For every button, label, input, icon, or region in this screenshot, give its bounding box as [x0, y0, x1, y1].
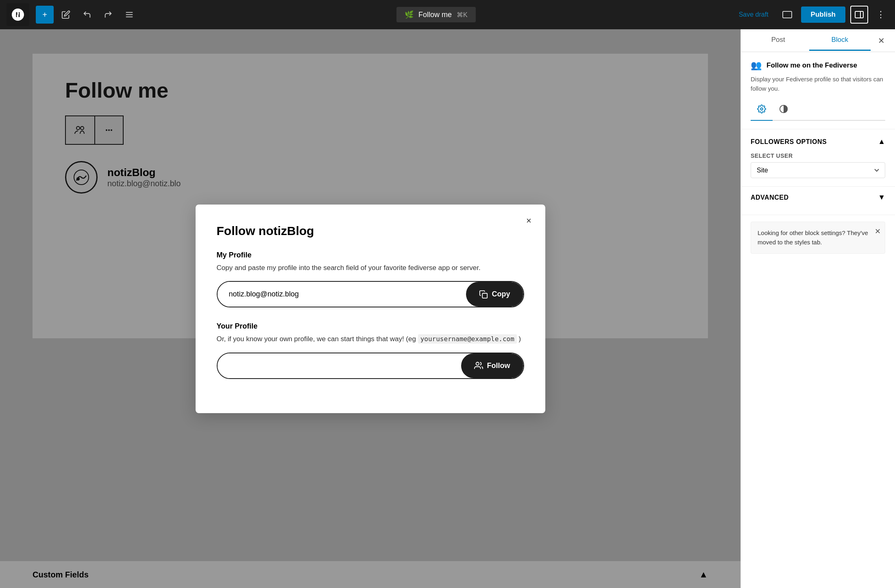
notification-block: ✕ Looking for other block settings? They…: [751, 222, 885, 254]
block-name: Follow me on the Fediverse: [767, 61, 857, 70]
follow-input[interactable]: [218, 353, 461, 378]
leaf-icon: 🌿: [405, 10, 414, 19]
sidebar-tabs: Post Block ✕: [741, 29, 895, 52]
editor-area: Follow me: [0, 29, 740, 588]
keyboard-shortcut: ⌘K: [457, 11, 468, 19]
toolbar-center: 🌿 Follow me ⌘K: [142, 7, 731, 22]
tab-post[interactable]: Post: [747, 30, 809, 51]
modal-overlay[interactable]: × Follow notizBlog My Profile Copy and p…: [0, 29, 740, 588]
block-info-header: 👥 Follow me on the Fediverse: [751, 60, 885, 71]
svg-point-16: [760, 108, 763, 110]
svg-point-15: [476, 362, 479, 365]
profile-value-input[interactable]: [218, 282, 466, 307]
advanced-section: Advanced ▼: [741, 187, 895, 215]
your-profile-label: Your Profile: [217, 322, 524, 331]
redo-button[interactable]: [99, 6, 117, 24]
notification-close-button[interactable]: ✕: [875, 226, 881, 237]
block-info-section: 👥 Follow me on the Fediverse Display you…: [741, 52, 895, 129]
follow-input-row: Follow: [217, 353, 524, 379]
modal-close-button[interactable]: ×: [521, 213, 537, 229]
style-tab-styles[interactable]: [773, 100, 795, 120]
tab-block[interactable]: Block: [809, 30, 871, 51]
profile-example: yourusername@example.com: [418, 334, 517, 344]
block-description: Display your Fediverse profile so that v…: [751, 75, 885, 93]
my-profile-desc: Copy and paste my profile into the searc…: [217, 263, 524, 273]
sidebar: Post Block ✕ 👥 Follow me on the Fedivers…: [740, 29, 895, 588]
post-title: Follow me: [418, 11, 452, 19]
main-layout: Follow me: [0, 29, 895, 588]
svg-rect-5: [855, 11, 863, 18]
toolbar-right: Save draft Publish ⋮: [734, 6, 888, 24]
block-icon: 👥: [751, 60, 762, 71]
followers-options-header: Followers Options ▲: [751, 137, 885, 146]
style-tab-settings[interactable]: [751, 100, 773, 121]
my-profile-label: My Profile: [217, 251, 524, 259]
view-button[interactable]: [778, 6, 796, 24]
modal-dialog: × Follow notizBlog My Profile Copy and p…: [196, 205, 545, 413]
advanced-title: Advanced: [751, 194, 788, 201]
your-profile-desc: Or, if you know your own profile, we can…: [217, 334, 524, 344]
select-user-label: SELECT USER: [751, 152, 885, 159]
add-block-button[interactable]: +: [36, 6, 54, 24]
copy-input-row: Copy: [217, 281, 524, 307]
publish-button[interactable]: Publish: [801, 7, 845, 23]
followers-options-chevron[interactable]: ▲: [878, 137, 885, 146]
more-options-button[interactable]: ⋮: [873, 6, 888, 23]
toolbar: + 🌿 Follow me ⌘K Save draf: [0, 0, 895, 29]
modal-title: Follow notizBlog: [217, 224, 524, 238]
advanced-chevron[interactable]: ▼: [878, 193, 885, 202]
advanced-header: Advanced ▼: [751, 193, 885, 202]
style-tabs: [751, 100, 885, 121]
copy-button[interactable]: Copy: [466, 282, 523, 307]
post-title-area[interactable]: 🌿 Follow me ⌘K: [396, 7, 476, 22]
sidebar-toggle-button[interactable]: [850, 6, 868, 24]
list-view-button[interactable]: [120, 6, 138, 24]
wp-logo: [7, 3, 29, 26]
follow-button[interactable]: Follow: [461, 353, 523, 378]
svg-rect-4: [783, 11, 792, 18]
svg-rect-14: [482, 293, 487, 298]
followers-options-section: Followers Options ▲ SELECT USER Site: [741, 129, 895, 187]
sidebar-close-button[interactable]: ✕: [874, 33, 888, 48]
notification-text: Looking for other block settings? They'v…: [758, 229, 868, 246]
undo-button[interactable]: [78, 6, 96, 24]
followers-options-title: Followers Options: [751, 138, 827, 146]
edit-mode-button[interactable]: [57, 6, 75, 24]
select-user-dropdown[interactable]: Site: [751, 162, 885, 178]
save-draft-button[interactable]: Save draft: [734, 8, 773, 22]
